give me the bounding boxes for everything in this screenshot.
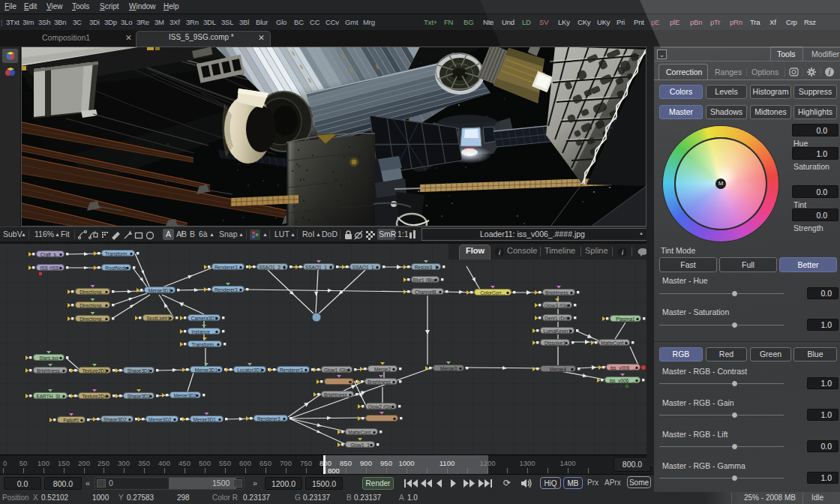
svg-text:i: i: [829, 68, 831, 76]
